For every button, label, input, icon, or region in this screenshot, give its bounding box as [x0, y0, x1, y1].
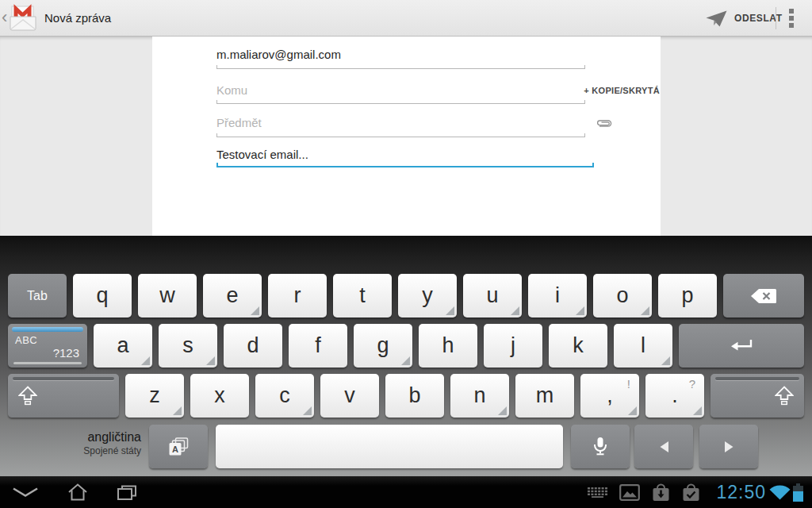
- language-name: angličtina: [0, 430, 141, 444]
- key-y[interactable]: y: [398, 274, 457, 318]
- key-label: t: [333, 274, 392, 318]
- key-o[interactable]: o: [593, 274, 652, 318]
- action-bar: ‹ Nová zpráva ODESLAT: [0, 0, 812, 37]
- key-x[interactable]: x: [190, 374, 249, 418]
- key-tab[interactable]: Tab: [8, 274, 67, 318]
- key-shift-right[interactable]: [710, 374, 804, 418]
- key-b[interactable]: b: [385, 374, 444, 418]
- key-a[interactable]: a: [94, 324, 152, 368]
- body-field[interactable]: Testovací email...: [216, 148, 308, 161]
- key-r[interactable]: r: [268, 274, 327, 318]
- key-i[interactable]: i: [528, 274, 587, 318]
- key-period[interactable]: .?: [645, 374, 704, 418]
- enter-icon: [679, 324, 804, 368]
- system-nav-bar: 12:50: [0, 476, 812, 508]
- home-button[interactable]: [60, 476, 95, 508]
- backspace-icon: [723, 274, 804, 318]
- key-g[interactable]: g: [354, 324, 412, 368]
- key-z[interactable]: z: [125, 374, 184, 418]
- overflow-dot: [789, 23, 794, 28]
- field-underline: [216, 65, 585, 69]
- key-t[interactable]: t: [333, 274, 392, 318]
- from-field[interactable]: m.maliarov@gmail.com: [216, 48, 341, 61]
- key-arrow-left[interactable]: [634, 425, 693, 468]
- send-button[interactable]: ODESLAT: [701, 0, 787, 37]
- mode-bottom-bar: [13, 362, 82, 364]
- action-bar-divider: [776, 7, 776, 29]
- keyboard-tray-icon: [588, 487, 607, 498]
- key-label: r: [268, 274, 327, 318]
- overflow-menu-button[interactable]: [781, 0, 802, 37]
- home-icon: [66, 483, 90, 502]
- key-space[interactable]: [216, 425, 563, 468]
- key-u[interactable]: u: [463, 274, 522, 318]
- onscreen-keyboard: angličtina Spojené státy TabqwertyuiopAB…: [0, 236, 812, 476]
- alt-corner-triangle: [401, 356, 410, 365]
- add-cc-bcc-button[interactable]: + KOPIE/SKRYTÁ: [584, 86, 661, 95]
- attach-button[interactable]: [595, 116, 617, 130]
- key-h[interactable]: h: [419, 324, 477, 368]
- shift-icon: [710, 374, 804, 418]
- field-underline: [216, 100, 585, 104]
- key-s[interactable]: s: [159, 324, 217, 368]
- key-mode[interactable]: ABC?123: [8, 324, 87, 368]
- alt-corner-triangle: [303, 406, 312, 415]
- key-m[interactable]: m: [515, 374, 574, 418]
- status-clock: 12:50: [716, 482, 766, 503]
- key-k[interactable]: k: [549, 324, 607, 368]
- key-l[interactable]: l: [614, 324, 672, 368]
- mode-123-label: ?123: [53, 346, 79, 360]
- alt-corner-triangle: [173, 406, 182, 415]
- alt-corner-triangle: [693, 406, 702, 415]
- key-label: h: [419, 324, 477, 368]
- key-w[interactable]: w: [138, 274, 197, 318]
- language-icon: A: [149, 425, 208, 468]
- key-alt-hint: !: [627, 378, 630, 390]
- key-q[interactable]: q: [73, 274, 132, 318]
- key-label: d: [224, 324, 282, 368]
- key-mic[interactable]: [571, 425, 630, 468]
- field-underline: [216, 133, 585, 137]
- key-backspace[interactable]: [723, 274, 804, 318]
- status-cluster[interactable]: 12:50: [576, 476, 804, 508]
- svg-text:A: A: [172, 444, 178, 454]
- key-c[interactable]: c: [255, 374, 314, 418]
- recents-button[interactable]: [109, 476, 144, 508]
- alt-corner-triangle: [251, 306, 259, 315]
- language-region: Spojené státy: [0, 446, 141, 457]
- mode-abc-label: ABC: [15, 334, 37, 346]
- page-title: Nová zpráva: [44, 0, 111, 37]
- shift-icon: [8, 374, 119, 418]
- mic-icon: [571, 425, 630, 468]
- key-f[interactable]: f: [289, 324, 347, 368]
- key-n[interactable]: n: [450, 374, 509, 418]
- key-j[interactable]: j: [484, 324, 542, 368]
- gmail-compose-screen: ‹ Nová zpráva ODESLAT: [0, 0, 812, 508]
- key-enter[interactable]: [679, 324, 804, 368]
- subject-field[interactable]: Předmět: [216, 116, 262, 129]
- alt-corner-triangle: [576, 306, 584, 315]
- key-label: m: [515, 374, 574, 418]
- purchase-check-icon: [682, 483, 700, 502]
- key-comma[interactable]: ,!: [580, 374, 639, 418]
- key-label: w: [138, 274, 197, 318]
- body-underline-focused: [216, 163, 594, 167]
- key-e[interactable]: e: [203, 274, 262, 318]
- to-field[interactable]: Komu: [216, 83, 247, 97]
- key-v[interactable]: v: [320, 374, 379, 418]
- key-arrow-right[interactable]: [699, 425, 758, 468]
- compose-content-area: m.maliarov@gmail.com Komu + KOPIE/SKRYTÁ…: [0, 37, 812, 236]
- arrow-right-icon: [699, 425, 758, 468]
- alt-corner-triangle: [641, 306, 649, 315]
- key-shift-left[interactable]: [8, 374, 119, 418]
- alt-corner-triangle: [141, 356, 150, 365]
- back-dismiss-keyboard-button[interactable]: [8, 476, 43, 508]
- gmail-logo-icon: [8, 4, 38, 33]
- key-lang[interactable]: A: [149, 425, 208, 468]
- key-label: x: [190, 374, 249, 418]
- up-button[interactable]: ‹: [0, 0, 38, 37]
- overflow-dot: [789, 9, 794, 13]
- alt-corner-triangle: [511, 306, 519, 315]
- key-p[interactable]: p: [658, 274, 717, 318]
- key-d[interactable]: d: [224, 324, 282, 368]
